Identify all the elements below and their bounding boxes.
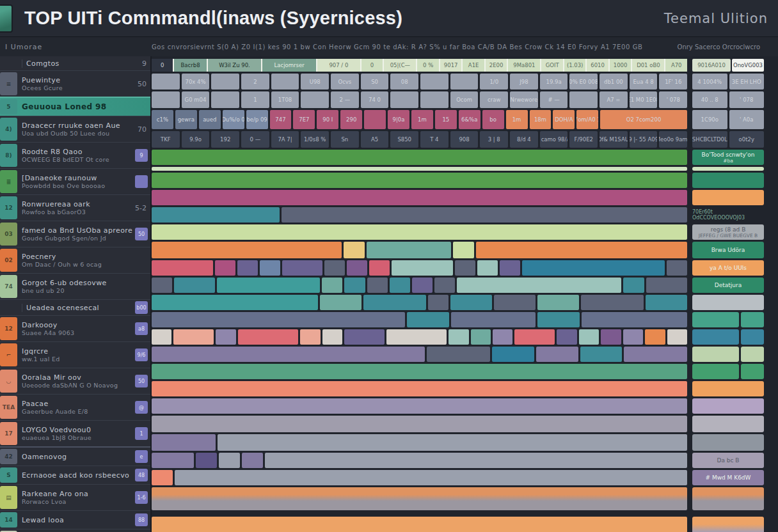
panel-cell[interactable] xyxy=(692,487,764,510)
sidebar-item[interactable]: ▤Rarkeane Aro onaRorwaco Lvoa1-6 xyxy=(0,484,150,510)
panel-cell[interactable] xyxy=(741,364,764,379)
panel-cell[interactable] xyxy=(741,312,764,327)
grid-cell[interactable] xyxy=(152,416,687,432)
header-cell[interactable]: F/90E2 xyxy=(569,131,598,148)
header-cell[interactable]: Sn xyxy=(331,131,359,148)
header-cell[interactable] xyxy=(152,74,180,90)
header-cell[interactable]: 0 — xyxy=(241,131,269,148)
grid-cell[interactable] xyxy=(282,207,687,223)
grid-cell[interactable] xyxy=(477,260,498,276)
sidebar-item[interactable]: Ueadea ocenesecalb00 xyxy=(0,299,150,315)
header-cell[interactable]: 290 xyxy=(340,110,362,129)
grid-cell[interactable] xyxy=(455,260,475,276)
header-cell[interactable]: T 4 xyxy=(420,131,449,148)
grid-cell[interactable] xyxy=(476,242,687,258)
grid-cell[interactable] xyxy=(451,312,536,327)
header-cell[interactable]: 1/0 xyxy=(480,74,508,90)
grid-cell[interactable] xyxy=(152,167,687,171)
header-cell[interactable]: 908 xyxy=(450,131,479,148)
header-cell[interactable]: 9.9o xyxy=(182,131,210,148)
header-cell[interactable] xyxy=(301,91,329,108)
grid-cell[interactable] xyxy=(152,150,687,165)
grid-cell[interactable] xyxy=(218,434,687,451)
header-cell[interactable] xyxy=(211,74,239,90)
grid-cell[interactable] xyxy=(152,453,194,468)
grid-cell[interactable] xyxy=(260,260,280,276)
grid-cell[interactable] xyxy=(152,381,687,396)
grid-cell[interactable] xyxy=(152,207,280,223)
grid-cell[interactable] xyxy=(152,260,213,276)
grid-cell[interactable] xyxy=(434,278,455,293)
header-cell[interactable]: A7 = xyxy=(599,91,628,108)
grid-cell[interactable] xyxy=(392,260,453,276)
header-cell[interactable]: S0 xyxy=(361,74,389,90)
grid-cell[interactable] xyxy=(492,347,534,362)
grid-cell[interactable] xyxy=(449,329,468,345)
header-cell[interactable] xyxy=(569,91,598,108)
panel-cell[interactable]: Brwa Udöra xyxy=(692,242,764,258)
sidebar-item[interactable]: ≡PuewintyeOcees Gcure50 xyxy=(0,70,150,97)
panel-header-cell[interactable]: 1C90o xyxy=(692,110,727,129)
sidebar-item[interactable]: 12Ronwruereaa oarkRowfoo ba bGaorO35-2 xyxy=(0,194,150,221)
header-cell[interactable]: 1m xyxy=(506,110,528,129)
grid-cell[interactable] xyxy=(152,470,173,485)
grid-cell[interactable] xyxy=(623,329,643,345)
panel-cell[interactable] xyxy=(692,398,764,414)
grid-cell[interactable] xyxy=(557,329,576,345)
header-cell[interactable]: Eua 4 8 xyxy=(630,74,658,90)
grid-cell[interactable] xyxy=(369,260,390,276)
header-cell[interactable]: 2 — xyxy=(331,91,359,108)
grid-cell[interactable] xyxy=(175,470,687,485)
grid-cell[interactable] xyxy=(667,329,687,345)
panel-cell[interactable]: Da bc B xyxy=(692,453,764,468)
header-cell[interactable] xyxy=(420,74,449,90)
grid-cell[interactable] xyxy=(152,517,687,532)
header-cell[interactable]: 3 | 8 xyxy=(480,131,508,148)
panel-cell[interactable] xyxy=(692,190,764,205)
header-cell[interactable]: c1% xyxy=(152,110,173,129)
sidebar-item[interactable]: ≣[Danaeoke raunouwPoowbdd boe Ove boooao xyxy=(0,168,150,194)
header-cell[interactable]: gewra xyxy=(175,110,197,129)
grid-cell[interactable] xyxy=(152,398,687,414)
header-cell[interactable]: 747 xyxy=(270,110,292,129)
grid-cell[interactable] xyxy=(324,260,345,276)
grid-cell[interactable] xyxy=(300,329,320,345)
grid-cell[interactable] xyxy=(152,347,425,362)
grid-cell[interactable] xyxy=(407,312,449,327)
header-cell[interactable] xyxy=(152,91,180,108)
header-cell[interactable]: Ocom xyxy=(450,91,479,108)
sidebar-item[interactable]: 9.2bereFoo bn Foe Obear xyxy=(0,529,150,532)
header-cell[interactable]: W camo 98/A8 xyxy=(540,131,568,148)
panel-cell[interactable] xyxy=(741,347,764,362)
panel-cell[interactable]: regs (8 ad BJEFFEG / GWE BUEGVE B xyxy=(692,224,764,240)
header-cell[interactable] xyxy=(390,91,418,108)
grid-cell[interactable] xyxy=(386,329,447,345)
grid-cell[interactable] xyxy=(367,242,451,258)
header-cell[interactable]: 7A 7| xyxy=(271,131,299,148)
sidebar-item[interactable]: 03famed oa Bnd UsOba apreoreGoude Gubgod… xyxy=(0,221,150,247)
panel-cell[interactable]: # Mwd M K6dW xyxy=(692,470,764,485)
header-cell[interactable]: 7E7 xyxy=(293,110,315,129)
header-cell[interactable]: 7om/A0 1 xyxy=(576,110,598,129)
header-cell[interactable]: 1 xyxy=(241,91,269,108)
grid-cell[interactable] xyxy=(494,295,536,310)
grid-cell[interactable] xyxy=(580,347,623,362)
sidebar-item[interactable]: ⌐Igqrcreww.1 ual Ed9/6 xyxy=(0,341,150,368)
header-cell[interactable]: 1F' 16 xyxy=(659,74,687,90)
header-cell[interactable] xyxy=(450,74,479,90)
panel-header-cell[interactable]: 4 1004% xyxy=(692,74,727,90)
header-cell[interactable]: TKF xyxy=(152,131,180,148)
grid-cell[interactable] xyxy=(174,278,215,293)
panel-header-cell[interactable]: o0t2y xyxy=(729,131,765,148)
grid-cell[interactable] xyxy=(579,329,599,345)
grid-cell[interactable] xyxy=(152,487,687,510)
header-cell[interactable]: 2 xyxy=(241,74,269,90)
grid-cell[interactable] xyxy=(320,295,361,310)
sidebar-item[interactable]: 74Gorgot 6-ub odesovwebne ud ub 20 xyxy=(0,273,150,299)
header-cell[interactable]: ' 078 xyxy=(659,91,687,108)
header-cell[interactable]: 70x 4% xyxy=(182,74,210,90)
header-cell[interactable]: Ocvs xyxy=(331,74,359,90)
grid-cell[interactable] xyxy=(500,260,520,276)
panel-header-cell[interactable]: 40 .. 8 xyxy=(692,91,727,108)
panel-cell[interactable] xyxy=(692,364,739,379)
